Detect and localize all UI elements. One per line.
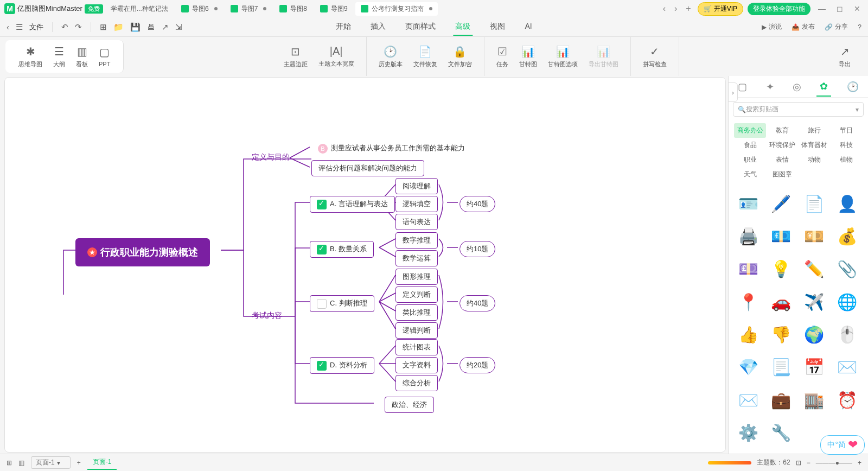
theme-margin[interactable]: ⊡主题边距: [279, 43, 312, 71]
center-node[interactable]: ★行政职业能力测验概述: [75, 238, 210, 266]
node-sA1[interactable]: 阅读理解: [395, 178, 438, 194]
cat-表情[interactable]: 表情: [766, 152, 798, 167]
grid-icon[interactable]: ⊞: [7, 459, 12, 467]
clipart-item[interactable]: 📃: [769, 355, 793, 379]
node-sCc[interactable]: 约40题: [459, 295, 495, 311]
menu-tab-ai[interactable]: AI: [522, 18, 534, 36]
present-button[interactable]: ▶ 演说: [762, 22, 782, 31]
node-sD2[interactable]: 文字资料: [395, 357, 438, 373]
share-icon[interactable]: ⇲: [175, 22, 182, 32]
cat-动物[interactable]: 动物: [799, 152, 831, 167]
side-ai-icon[interactable]: ✦: [763, 78, 777, 96]
node-b1n1[interactable]: B测量应试者从事公务员工作所需的基本能力: [311, 141, 471, 156]
clipart-item[interactable]: 👤: [835, 192, 859, 215]
clipart-item[interactable]: ⚙️: [736, 421, 760, 445]
clipart-item[interactable]: 💰: [835, 224, 859, 248]
history-button[interactable]: 🕑历史版本: [374, 43, 407, 71]
tab-notes[interactable]: 学霸在用...种笔记法: [105, 2, 174, 16]
node-sA2[interactable]: 逻辑填空: [395, 196, 438, 212]
node-b1n2[interactable]: 评估分析问题和解决问题的能力: [311, 160, 424, 176]
node-sA[interactable]: A. 言语理解与表达: [310, 196, 395, 213]
clipart-item[interactable]: 🌐: [835, 290, 859, 314]
clipart-item[interactable]: 👍: [736, 323, 760, 347]
view-outline[interactable]: ☰大纲: [49, 43, 69, 71]
clipart-item[interactable]: ✏️: [802, 257, 826, 281]
encrypt-button[interactable]: 🔒文件加密: [444, 43, 476, 71]
clipart-item[interactable]: 🚗: [769, 290, 793, 314]
export-button[interactable]: ↗导出: [834, 43, 855, 71]
clipart-item[interactable]: 🏬: [802, 388, 826, 412]
share-button[interactable]: 🔗 分享: [825, 22, 848, 31]
node-sD[interactable]: D. 资料分析: [310, 357, 374, 374]
fit-icon[interactable]: ⊡: [796, 459, 801, 467]
tab-map9[interactable]: 导图9: [315, 2, 353, 16]
menu-tab-start[interactable]: 开始: [334, 18, 353, 36]
zoom-in-icon[interactable]: +: [858, 459, 861, 467]
node-sC1[interactable]: 图形推理: [395, 269, 438, 285]
node-sC4[interactable]: 逻辑判断: [395, 322, 438, 339]
clipart-item[interactable]: 📄: [802, 192, 826, 215]
node-sE1[interactable]: 政治、经济: [385, 397, 434, 413]
gantt-button[interactable]: 📊甘特图: [515, 43, 541, 71]
node-sB[interactable]: B. 数量关系: [310, 241, 374, 258]
cat-环境保护[interactable]: 环境保护: [766, 138, 798, 152]
canvas[interactable]: ★行政职业能力测验概述 定义与目的 B测量应试者从事公务员工作所需的基本能力 评…: [4, 77, 726, 453]
page-tab[interactable]: 页面-1: [87, 455, 117, 470]
undo-icon[interactable]: ↶: [61, 22, 68, 32]
save-icon[interactable]: 💾: [130, 22, 141, 32]
clipart-item[interactable]: 🖱️: [835, 323, 859, 347]
branch-content[interactable]: 考试内容: [252, 311, 282, 321]
clipart-item[interactable]: 💷: [736, 257, 760, 281]
zoom-out-icon[interactable]: −: [807, 459, 810, 467]
clipart-item[interactable]: 💎: [736, 355, 760, 379]
recover-button[interactable]: 📄文件恢复: [409, 43, 442, 71]
cat-商务办公[interactable]: 商务办公: [734, 123, 766, 138]
tab-map6[interactable]: 导图6: [176, 2, 223, 16]
node-sD3[interactable]: 综合分析: [395, 375, 438, 391]
menu-tab-insert[interactable]: 插入: [368, 18, 388, 36]
tab-map8[interactable]: 导图8: [274, 2, 312, 16]
tab-current[interactable]: 公考行测复习指南: [355, 2, 438, 16]
collapse-panel-icon[interactable]: ›: [728, 82, 738, 102]
node-sDc[interactable]: 约20题: [459, 357, 495, 373]
cat-科技[interactable]: 科技: [831, 138, 863, 152]
clipart-item[interactable]: 📎: [835, 257, 859, 281]
redo-icon[interactable]: ↷: [75, 22, 82, 32]
cat-植物[interactable]: 植物: [831, 152, 863, 167]
branch-definition[interactable]: 定义与目的: [252, 152, 290, 162]
vip-button[interactable]: 🛒 开通VIP: [698, 2, 743, 16]
clipart-item[interactable]: 💡: [769, 257, 793, 281]
node-sB2[interactable]: 数学运算: [395, 250, 438, 266]
close-icon[interactable]: ✕: [851, 4, 864, 13]
menu-tab-advanced[interactable]: 高级: [453, 18, 473, 36]
clipart-search[interactable]: 🔍 搜索剪贴画▾: [733, 102, 864, 117]
node-sA3[interactable]: 语句表达: [395, 214, 438, 230]
nav-fwd-icon[interactable]: ›: [672, 4, 679, 14]
view-kanban[interactable]: ▥看板: [72, 43, 92, 71]
minimize-icon[interactable]: —: [815, 4, 829, 13]
tab-map7[interactable]: 导图7: [225, 2, 272, 16]
menu-icon[interactable]: ☰: [16, 22, 23, 32]
ime-badge[interactable]: 中°简❤: [820, 435, 865, 455]
zoom-slider[interactable]: ———●——: [816, 459, 852, 467]
export-icon[interactable]: ↗: [162, 22, 169, 32]
cat-天气[interactable]: 天气: [734, 167, 766, 182]
clipart-item[interactable]: 🖊️: [769, 192, 793, 215]
nav-back-icon[interactable]: ‹: [661, 4, 668, 14]
clipart-item[interactable]: ✉️: [736, 388, 760, 412]
node-sC3[interactable]: 类比推理: [395, 304, 438, 321]
cat-教育[interactable]: 教育: [766, 123, 798, 138]
clipart-item[interactable]: 📅: [802, 355, 826, 379]
cat-职业[interactable]: 职业: [734, 152, 766, 167]
clipart-item[interactable]: 👎: [769, 323, 793, 347]
menu-tab-view[interactable]: 视图: [488, 18, 507, 36]
cat-图图章[interactable]: 图图章: [766, 167, 798, 182]
print-icon[interactable]: 🖶: [147, 22, 155, 31]
page-select[interactable]: 页面-1 ▾: [31, 456, 71, 469]
open-icon[interactable]: 📁: [113, 22, 124, 32]
back-icon[interactable]: ‹: [7, 22, 9, 31]
theme-width[interactable]: |A|主题文本宽度: [314, 43, 359, 70]
cat-食品[interactable]: 食品: [734, 138, 766, 152]
add-tab-icon[interactable]: +: [684, 4, 693, 14]
clipart-item[interactable]: ✈️: [802, 290, 826, 314]
